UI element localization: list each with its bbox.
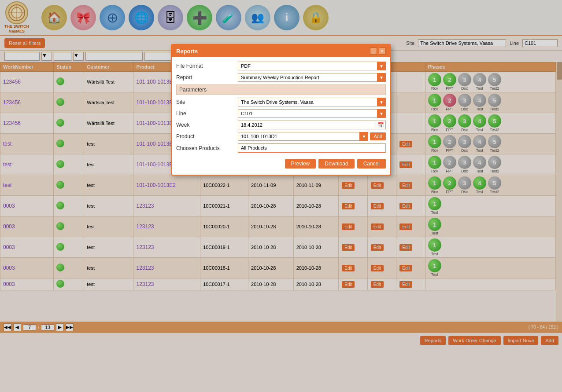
modal-product-select[interactable]: 101-100-1013D1: [238, 132, 368, 141]
modal-week-label: Week: [176, 122, 238, 128]
modal-chosen-products-input[interactable]: [238, 143, 386, 153]
modal-download-button[interactable]: Download: [318, 159, 354, 169]
modal-week-input[interactable]: [238, 121, 376, 129]
report-select[interactable]: Summary Weekly Production Report: [238, 73, 386, 82]
modal-product-row: Product 101-100-1013D1 ▼ Add: [176, 132, 386, 141]
modal-overlay: Reports _ ✕ File Format PDF ▼ Report: [0, 0, 562, 392]
modal-site-row: Site The Switch Drive Systems, Vaasa ▼: [176, 98, 386, 106]
modal-add-product-button[interactable]: Add: [370, 132, 386, 140]
modal-minimize-button[interactable]: _: [370, 48, 377, 55]
modal-site-select[interactable]: The Switch Drive Systems, Vaasa: [238, 98, 386, 106]
modal-week-date-wrap: 📅: [238, 121, 386, 129]
modal-product-label: Product: [176, 133, 238, 139]
calendar-button[interactable]: 📅: [376, 121, 386, 129]
file-format-label: File Format: [176, 63, 238, 69]
modal-header: Reports _ ✕: [172, 45, 390, 57]
file-format-row: File Format PDF ▼: [176, 62, 386, 70]
report-row: Report Summary Weekly Production Report …: [176, 73, 386, 82]
modal-chosen-products-row: Choosen Products: [176, 143, 386, 153]
modal-cancel-button[interactable]: Cancel: [357, 159, 386, 169]
modal-line-label: Line: [176, 110, 238, 117]
modal-site-select-wrap: The Switch Drive Systems, Vaasa ▼: [238, 98, 386, 106]
report-label: Report: [176, 74, 238, 81]
modal-chosen-products-label: Choosen Products: [176, 145, 238, 151]
modal-body: File Format PDF ▼ Report Summary Weekly …: [172, 57, 390, 175]
params-header: Parameters: [176, 84, 386, 95]
modal-line-row: Line C101 ▼: [176, 109, 386, 118]
modal-title: Reports: [176, 48, 198, 55]
modal-site-label: Site: [176, 99, 238, 105]
reports-modal: Reports _ ✕ File Format PDF ▼ Report: [171, 44, 391, 176]
modal-controls: _ ✕: [369, 48, 386, 55]
modal-close-button[interactable]: ✕: [379, 48, 386, 55]
file-format-select-wrap: PDF ▼: [238, 62, 386, 70]
modal-product-select-wrap: 101-100-1013D1 ▼: [238, 132, 368, 141]
modal-action-row: Preview Download Cancel: [176, 155, 386, 170]
file-format-select[interactable]: PDF: [238, 62, 386, 70]
modal-week-row: Week 📅: [176, 121, 386, 129]
modal-line-select[interactable]: C101: [238, 109, 386, 118]
modal-line-select-wrap: C101 ▼: [238, 109, 386, 118]
modal-preview-button[interactable]: Preview: [285, 159, 316, 169]
report-select-wrap: Summary Weekly Production Report ▼: [238, 73, 386, 82]
